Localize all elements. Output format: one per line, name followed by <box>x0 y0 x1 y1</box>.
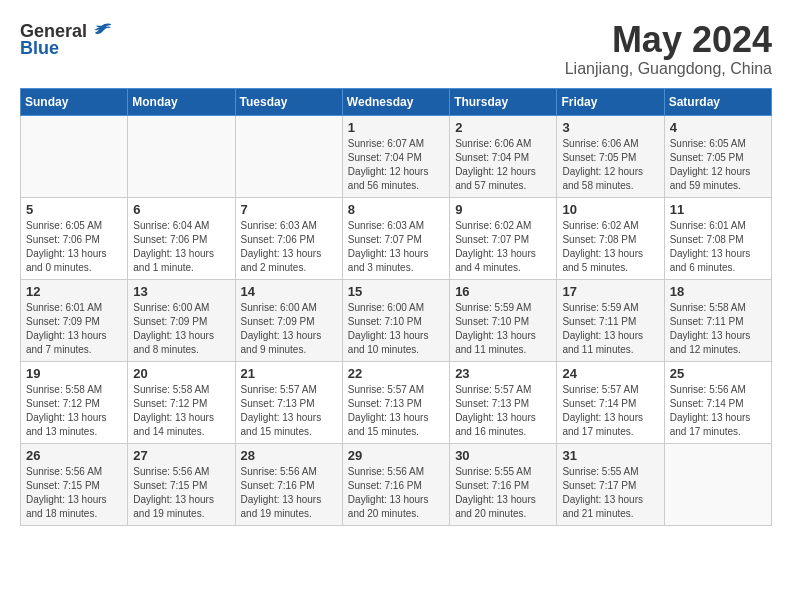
day-info: Sunrise: 5:57 AMSunset: 7:13 PMDaylight:… <box>241 383 337 439</box>
day-info: Sunrise: 5:58 AMSunset: 7:12 PMDaylight:… <box>133 383 229 439</box>
day-info: Sunrise: 5:57 AMSunset: 7:13 PMDaylight:… <box>455 383 551 439</box>
day-info: Sunrise: 6:03 AMSunset: 7:06 PMDaylight:… <box>241 219 337 275</box>
day-number: 22 <box>348 366 444 381</box>
day-info: Sunrise: 5:58 AMSunset: 7:12 PMDaylight:… <box>26 383 122 439</box>
day-number: 13 <box>133 284 229 299</box>
calendar-table: SundayMondayTuesdayWednesdayThursdayFrid… <box>20 88 772 526</box>
day-number: 27 <box>133 448 229 463</box>
logo: General Blue <box>20 20 113 59</box>
calendar-cell: 6Sunrise: 6:04 AMSunset: 7:06 PMDaylight… <box>128 197 235 279</box>
calendar-cell: 26Sunrise: 5:56 AMSunset: 7:15 PMDayligh… <box>21 443 128 525</box>
calendar-week-row: 26Sunrise: 5:56 AMSunset: 7:15 PMDayligh… <box>21 443 772 525</box>
day-number: 30 <box>455 448 551 463</box>
day-number: 29 <box>348 448 444 463</box>
day-info: Sunrise: 5:58 AMSunset: 7:11 PMDaylight:… <box>670 301 766 357</box>
calendar-cell: 2Sunrise: 6:06 AMSunset: 7:04 PMDaylight… <box>450 115 557 197</box>
calendar-week-row: 19Sunrise: 5:58 AMSunset: 7:12 PMDayligh… <box>21 361 772 443</box>
calendar-cell: 19Sunrise: 5:58 AMSunset: 7:12 PMDayligh… <box>21 361 128 443</box>
weekday-header-wednesday: Wednesday <box>342 88 449 115</box>
calendar-cell: 28Sunrise: 5:56 AMSunset: 7:16 PMDayligh… <box>235 443 342 525</box>
calendar-cell: 23Sunrise: 5:57 AMSunset: 7:13 PMDayligh… <box>450 361 557 443</box>
calendar-cell: 20Sunrise: 5:58 AMSunset: 7:12 PMDayligh… <box>128 361 235 443</box>
day-number: 9 <box>455 202 551 217</box>
calendar-cell: 31Sunrise: 5:55 AMSunset: 7:17 PMDayligh… <box>557 443 664 525</box>
day-info: Sunrise: 5:57 AMSunset: 7:13 PMDaylight:… <box>348 383 444 439</box>
day-number: 25 <box>670 366 766 381</box>
day-number: 19 <box>26 366 122 381</box>
calendar-cell: 10Sunrise: 6:02 AMSunset: 7:08 PMDayligh… <box>557 197 664 279</box>
day-number: 1 <box>348 120 444 135</box>
calendar-cell: 22Sunrise: 5:57 AMSunset: 7:13 PMDayligh… <box>342 361 449 443</box>
day-number: 18 <box>670 284 766 299</box>
page-header: General Blue May 2024 Lianjiang, Guangdo… <box>20 20 772 78</box>
day-info: Sunrise: 6:04 AMSunset: 7:06 PMDaylight:… <box>133 219 229 275</box>
day-info: Sunrise: 6:05 AMSunset: 7:06 PMDaylight:… <box>26 219 122 275</box>
day-info: Sunrise: 6:00 AMSunset: 7:09 PMDaylight:… <box>241 301 337 357</box>
calendar-week-row: 1Sunrise: 6:07 AMSunset: 7:04 PMDaylight… <box>21 115 772 197</box>
weekday-header-thursday: Thursday <box>450 88 557 115</box>
day-info: Sunrise: 5:56 AMSunset: 7:14 PMDaylight:… <box>670 383 766 439</box>
day-info: Sunrise: 6:03 AMSunset: 7:07 PMDaylight:… <box>348 219 444 275</box>
title-area: May 2024 Lianjiang, Guangdong, China <box>565 20 772 78</box>
day-number: 26 <box>26 448 122 463</box>
calendar-week-row: 5Sunrise: 6:05 AMSunset: 7:06 PMDaylight… <box>21 197 772 279</box>
day-number: 16 <box>455 284 551 299</box>
day-info: Sunrise: 5:55 AMSunset: 7:17 PMDaylight:… <box>562 465 658 521</box>
calendar-cell: 21Sunrise: 5:57 AMSunset: 7:13 PMDayligh… <box>235 361 342 443</box>
calendar-cell: 4Sunrise: 6:05 AMSunset: 7:05 PMDaylight… <box>664 115 771 197</box>
calendar-cell: 5Sunrise: 6:05 AMSunset: 7:06 PMDaylight… <box>21 197 128 279</box>
day-number: 7 <box>241 202 337 217</box>
day-info: Sunrise: 5:56 AMSunset: 7:15 PMDaylight:… <box>26 465 122 521</box>
day-number: 6 <box>133 202 229 217</box>
day-number: 10 <box>562 202 658 217</box>
calendar-cell: 12Sunrise: 6:01 AMSunset: 7:09 PMDayligh… <box>21 279 128 361</box>
calendar-cell: 1Sunrise: 6:07 AMSunset: 7:04 PMDaylight… <box>342 115 449 197</box>
day-number: 12 <box>26 284 122 299</box>
calendar-cell: 7Sunrise: 6:03 AMSunset: 7:06 PMDaylight… <box>235 197 342 279</box>
day-info: Sunrise: 5:55 AMSunset: 7:16 PMDaylight:… <box>455 465 551 521</box>
calendar-cell: 18Sunrise: 5:58 AMSunset: 7:11 PMDayligh… <box>664 279 771 361</box>
day-number: 17 <box>562 284 658 299</box>
day-number: 8 <box>348 202 444 217</box>
day-info: Sunrise: 6:01 AMSunset: 7:08 PMDaylight:… <box>670 219 766 275</box>
day-info: Sunrise: 5:59 AMSunset: 7:10 PMDaylight:… <box>455 301 551 357</box>
day-number: 2 <box>455 120 551 135</box>
day-number: 5 <box>26 202 122 217</box>
weekday-header-monday: Monday <box>128 88 235 115</box>
day-number: 4 <box>670 120 766 135</box>
calendar-cell: 13Sunrise: 6:00 AMSunset: 7:09 PMDayligh… <box>128 279 235 361</box>
calendar-cell: 9Sunrise: 6:02 AMSunset: 7:07 PMDaylight… <box>450 197 557 279</box>
calendar-cell: 16Sunrise: 5:59 AMSunset: 7:10 PMDayligh… <box>450 279 557 361</box>
day-info: Sunrise: 5:57 AMSunset: 7:14 PMDaylight:… <box>562 383 658 439</box>
day-info: Sunrise: 5:56 AMSunset: 7:15 PMDaylight:… <box>133 465 229 521</box>
weekday-header-sunday: Sunday <box>21 88 128 115</box>
day-number: 14 <box>241 284 337 299</box>
day-info: Sunrise: 5:59 AMSunset: 7:11 PMDaylight:… <box>562 301 658 357</box>
day-number: 21 <box>241 366 337 381</box>
calendar-cell: 11Sunrise: 6:01 AMSunset: 7:08 PMDayligh… <box>664 197 771 279</box>
day-info: Sunrise: 6:00 AMSunset: 7:09 PMDaylight:… <box>133 301 229 357</box>
calendar-cell: 24Sunrise: 5:57 AMSunset: 7:14 PMDayligh… <box>557 361 664 443</box>
day-number: 3 <box>562 120 658 135</box>
weekday-header-friday: Friday <box>557 88 664 115</box>
day-info: Sunrise: 5:56 AMSunset: 7:16 PMDaylight:… <box>348 465 444 521</box>
location: Lianjiang, Guangdong, China <box>565 60 772 78</box>
day-number: 23 <box>455 366 551 381</box>
calendar-cell: 27Sunrise: 5:56 AMSunset: 7:15 PMDayligh… <box>128 443 235 525</box>
month-title: May 2024 <box>565 20 772 60</box>
logo-blue-text: Blue <box>20 38 59 59</box>
calendar-cell: 3Sunrise: 6:06 AMSunset: 7:05 PMDaylight… <box>557 115 664 197</box>
calendar-cell: 25Sunrise: 5:56 AMSunset: 7:14 PMDayligh… <box>664 361 771 443</box>
day-number: 11 <box>670 202 766 217</box>
day-number: 31 <box>562 448 658 463</box>
calendar-cell: 17Sunrise: 5:59 AMSunset: 7:11 PMDayligh… <box>557 279 664 361</box>
calendar-cell <box>664 443 771 525</box>
day-info: Sunrise: 6:02 AMSunset: 7:08 PMDaylight:… <box>562 219 658 275</box>
day-info: Sunrise: 6:01 AMSunset: 7:09 PMDaylight:… <box>26 301 122 357</box>
day-info: Sunrise: 6:05 AMSunset: 7:05 PMDaylight:… <box>670 137 766 193</box>
calendar-cell: 30Sunrise: 5:55 AMSunset: 7:16 PMDayligh… <box>450 443 557 525</box>
day-number: 28 <box>241 448 337 463</box>
day-info: Sunrise: 6:06 AMSunset: 7:05 PMDaylight:… <box>562 137 658 193</box>
day-number: 24 <box>562 366 658 381</box>
day-number: 20 <box>133 366 229 381</box>
